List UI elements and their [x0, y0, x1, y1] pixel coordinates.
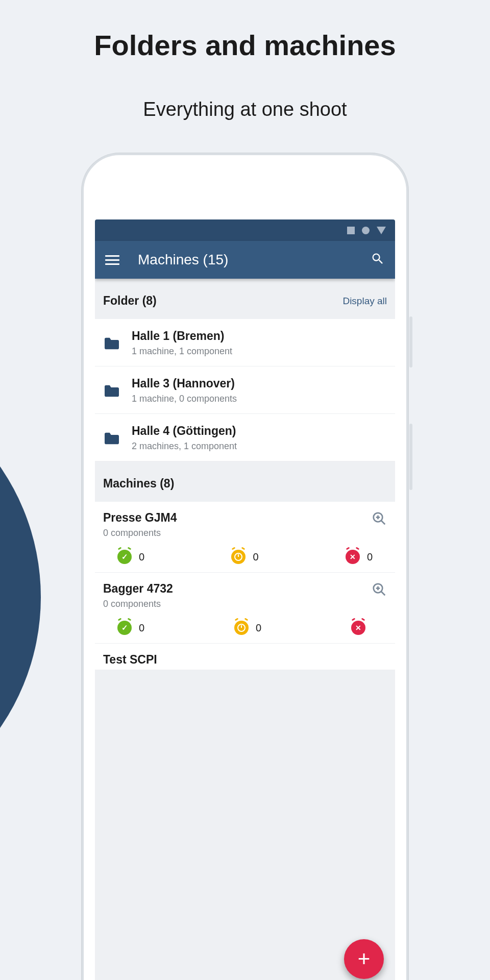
machine-name: Presse GJM4 — [103, 511, 177, 525]
background-shape — [0, 368, 41, 827]
alarm-err-icon — [351, 621, 365, 635]
display-all-link[interactable]: Display all — [342, 296, 387, 307]
folder-icon — [103, 431, 120, 446]
phone-side-button — [409, 424, 412, 490]
alarm-err-icon — [346, 550, 360, 564]
folder-item[interactable]: Halle 3 (Hannover) 1 machine, 0 componen… — [95, 366, 395, 414]
zoom-plus-icon[interactable] — [372, 582, 387, 599]
folders-header-label: Folder (8) — [103, 294, 157, 308]
machine-item[interactable]: Bagger 4732 0 components 0 0 — [95, 573, 395, 644]
alarm-warn-icon — [231, 550, 246, 564]
menu-icon[interactable] — [105, 255, 119, 265]
page-subtitle: Everything at one shoot — [0, 99, 490, 120]
status-icon — [347, 227, 355, 234]
phone-side-button — [409, 316, 412, 368]
folder-icon — [103, 336, 120, 351]
app-bar: Machines (15) — [95, 241, 395, 279]
alarm-ok-count: 0 — [139, 551, 144, 563]
folder-item[interactable]: Halle 4 (Göttingen) 2 machines, 1 compon… — [95, 414, 395, 461]
status-icon — [362, 227, 370, 234]
folders-section-header: Folder (8) Display all — [95, 279, 395, 319]
alarm-warn-count: 0 — [253, 551, 258, 563]
folder-meta: 2 machines, 1 component — [132, 441, 237, 452]
alarm-ok-count: 0 — [139, 622, 144, 634]
machine-name: Test SCPI — [103, 653, 157, 667]
appbar-title: Machines (15) — [138, 252, 371, 268]
add-fab-button[interactable]: + — [344, 939, 384, 979]
folder-meta: 1 machine, 0 components — [132, 394, 237, 404]
svg-line-1 — [381, 521, 385, 525]
search-icon[interactable] — [371, 252, 385, 268]
alarm-warn-count: 0 — [256, 622, 261, 634]
machine-item[interactable]: Test SCPI — [95, 644, 395, 670]
folder-icon — [103, 384, 120, 398]
folder-name: Halle 1 (Bremen) — [132, 329, 232, 343]
machine-name: Bagger 4732 — [103, 582, 173, 596]
alarm-ok-icon — [117, 621, 132, 635]
app-screen: Machines (15) Folder (8) Display all Hal… — [95, 219, 395, 980]
machine-meta: 0 components — [103, 528, 177, 538]
machines-header-label: Machines (8) — [103, 477, 174, 491]
machine-item[interactable]: Presse GJM4 0 components 0 0 0 — [95, 502, 395, 573]
phone-mockup: Machines (15) Folder (8) Display all Hal… — [82, 153, 408, 980]
alarm-err-count: 0 — [367, 551, 373, 563]
folder-name: Halle 3 (Hannover) — [132, 377, 237, 390]
alarm-warn-icon — [234, 621, 249, 635]
machine-meta: 0 components — [103, 599, 173, 609]
alarm-ok-icon — [117, 550, 132, 564]
folder-meta: 1 machine, 1 component — [132, 346, 232, 357]
status-icon — [377, 227, 386, 234]
folder-name: Halle 4 (Göttingen) — [132, 424, 237, 438]
svg-line-5 — [381, 592, 385, 596]
zoom-plus-icon[interactable] — [372, 511, 387, 528]
android-status-bar — [95, 219, 395, 241]
folder-item[interactable]: Halle 1 (Bremen) 1 machine, 1 component — [95, 319, 395, 366]
page-title: Folders and machines — [0, 0, 490, 62]
machines-section-header: Machines (8) — [95, 461, 395, 502]
